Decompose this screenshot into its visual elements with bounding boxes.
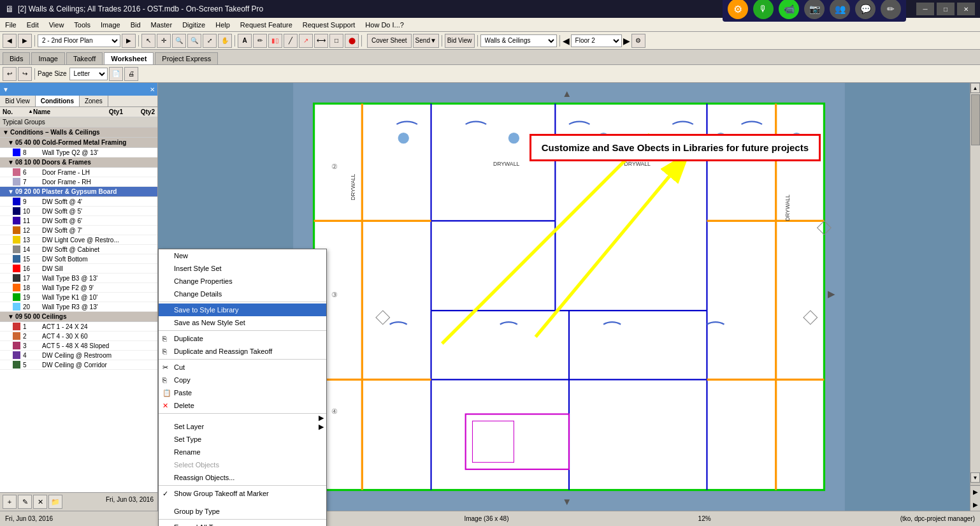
page-size-select[interactable]: Letter (69, 68, 108, 80)
undo-button[interactable]: ↩ (3, 67, 17, 81)
bid-view-button[interactable]: Bid View (445, 34, 475, 48)
ctx-new[interactable]: New (159, 249, 326, 262)
list-item[interactable]: 12 DW Sofft @ 7' (0, 226, 157, 235)
maximize-button[interactable]: □ (937, 3, 955, 15)
pan-button[interactable]: ✋ (218, 34, 232, 48)
floor-settings-button[interactable]: ⚙ (631, 34, 645, 48)
list-item[interactable]: 7 Door Frame - RH (0, 177, 157, 187)
section-09-50-00[interactable]: ▼ 09 50 00 Ceilings (0, 312, 157, 322)
ctx-save-as-new-style-set[interactable]: Save as New Style Set (159, 316, 326, 329)
list-item[interactable]: 16 DW Sill (0, 264, 157, 274)
scroll-up-button[interactable]: ▲ (970, 83, 980, 93)
floor-nav-fwd[interactable]: ▶ (623, 36, 630, 46)
conditions-walls-ceilings-header[interactable]: ▼ Conditions – Walls & Ceilings (0, 128, 157, 138)
add-condition-button[interactable]: + (3, 495, 17, 509)
mic-icon[interactable]: 🎙 (753, 0, 774, 19)
ctx-reassign-objects[interactable]: Select Objects (159, 458, 326, 471)
edit-condition-button[interactable]: ✎ (18, 495, 32, 509)
ctx-delete[interactable]: ✕ Delete (159, 399, 326, 412)
measure-button[interactable]: ⟷ (314, 34, 328, 48)
ctx-duplicate[interactable]: ⎘ Duplicate (159, 332, 326, 345)
list-item[interactable]: 14 DW Sofft @ Cabinet (0, 245, 157, 254)
section-08-10-00[interactable]: ▼ 08 10 00 Doors & Frames (0, 157, 157, 168)
ctx-expand-all-folders[interactable]: Expand All Types (159, 521, 326, 526)
close-button[interactable]: ✕ (957, 3, 975, 15)
list-item[interactable]: 10 DW Sofft @ 5' (0, 207, 157, 216)
floor-select[interactable]: 2 - 2nd Floor Plan (38, 34, 120, 47)
ctx-set-layer[interactable]: ▶ (159, 415, 326, 420)
list-item[interactable]: 8 Wall Type Q2 @ 13' (0, 148, 157, 157)
menu-view[interactable]: View (44, 20, 69, 30)
list-item[interactable]: 20 Wall Type R3 @ 13' (0, 302, 157, 312)
panel-tab-bid-view[interactable]: Bid View (0, 96, 36, 106)
menu-edit[interactable]: Edit (22, 20, 44, 30)
ctx-duplicate-reassign[interactable]: ⎘ Duplicate and Reassign Takeoff (159, 345, 326, 358)
ctx-select-objects[interactable]: Rename (159, 446, 326, 458)
list-item[interactable]: 13 DW Light Cove @ Restro... (0, 235, 157, 245)
ctx-cut[interactable]: ✂ Cut (159, 361, 326, 374)
floor-label-select[interactable]: Floor 2 (571, 34, 622, 47)
ctx-show-group-takeoff[interactable]: Reassign Objects... (159, 471, 326, 484)
panel-tab-zones[interactable]: Zones (80, 96, 108, 106)
delete-condition-button[interactable]: ✕ (33, 495, 47, 509)
ctx-change-properties[interactable]: Change Properties (159, 275, 326, 288)
text-tool-button[interactable]: A (238, 34, 252, 48)
section-09-20-00[interactable]: ▼ 09 20 00 Plaster & Gypsum Board (0, 187, 157, 197)
menu-tools[interactable]: Tools (69, 20, 96, 30)
list-item[interactable]: 15 DW Soft Bottom (0, 254, 157, 264)
list-item[interactable]: 4 DW Ceiling @ Restroom (0, 351, 157, 360)
tab-worksheet[interactable]: Worksheet (104, 52, 154, 64)
redo-button[interactable]: ↪ (18, 67, 32, 81)
back-button[interactable]: ◀ (3, 34, 17, 48)
camera-icon[interactable]: 📷 (804, 0, 825, 19)
send-button[interactable]: Send ▼ (413, 34, 439, 48)
tab-image[interactable]: Image (31, 52, 65, 64)
ctx-rename[interactable]: Set Type (159, 433, 326, 446)
list-item[interactable]: 2 ACT 4 - 30 X 60 (0, 332, 157, 341)
video-icon[interactable]: 📹 (779, 0, 799, 19)
tab-takeoff[interactable]: Takeoff (66, 52, 103, 64)
vertical-scrollbar[interactable]: ▲ ▼ ▶ ▶ (970, 83, 980, 511)
ctx-group-by-type[interactable]: ✓ Show Group Takeoff at Marker (159, 487, 326, 500)
panel-close-button[interactable]: ✕ (150, 86, 155, 93)
list-item[interactable]: 6 Door Frame - LH (0, 168, 157, 177)
rect-button[interactable]: □ (329, 34, 343, 48)
list-item[interactable]: 3 ACT 5 - 48 X 48 Sloped (0, 341, 157, 351)
panel-tab-conditions[interactable]: Conditions (36, 96, 80, 106)
tab-project-express[interactable]: Project Express (155, 52, 218, 64)
ctx-set-type[interactable]: Set Layer ▶ (159, 420, 326, 433)
ctx-insert-style-set[interactable]: Insert Style Set (159, 262, 326, 275)
zoom-out-button[interactable]: 🔍 (187, 34, 201, 48)
tab-bids[interactable]: Bids (3, 52, 30, 64)
cover-sheet-button[interactable]: Cover Sheet (367, 34, 412, 48)
menu-master[interactable]: Master (146, 20, 178, 30)
highlight-button[interactable]: ▮▯ (268, 34, 282, 48)
new-page-button[interactable]: 📄 (109, 67, 123, 81)
ctx-expand-all-types[interactable] (159, 500, 326, 505)
ctx-copy[interactable]: ⎘ Copy (159, 374, 326, 386)
chat-icon[interactable]: 💬 (855, 0, 876, 19)
menu-file[interactable]: File (0, 20, 22, 30)
add-tool-button[interactable]: ✛ (157, 34, 171, 48)
print-button[interactable]: 🖨 (124, 67, 138, 81)
list-item[interactable]: 1 ACT 1 - 24 X 24 (0, 322, 157, 332)
next-floor-button[interactable]: ▶ (122, 34, 136, 48)
zoom-fit-button[interactable]: ⤢ (203, 34, 217, 48)
folder-button[interactable]: 📁 (48, 495, 62, 509)
scroll-thumb[interactable] (971, 94, 980, 145)
menu-image[interactable]: Image (96, 20, 126, 30)
select-tool-button[interactable]: ↖ (141, 34, 155, 48)
menu-request-feature[interactable]: Request Feature (235, 20, 298, 30)
walls-ceilings-select[interactable]: Walls & Ceilings (480, 34, 557, 47)
minimize-button[interactable]: ─ (916, 3, 934, 15)
menu-digitize[interactable]: Digitize (177, 20, 210, 30)
circle-button[interactable]: ⬤ (345, 34, 359, 48)
forward-button[interactable]: ▶ (18, 34, 32, 48)
zoom-in-button[interactable]: 🔍 (172, 34, 186, 48)
list-item[interactable]: 9 DW Sofft @ 4' (0, 197, 157, 207)
menu-bid[interactable]: Bid (126, 20, 146, 30)
floor-nav-back[interactable]: ◀ (563, 36, 570, 46)
list-item[interactable]: 17 Wall Type B3 @ 13' (0, 274, 157, 283)
list-item[interactable]: 19 Wall Type K1 @ 10' (0, 293, 157, 302)
arrow-button[interactable]: ↗ (299, 34, 313, 48)
